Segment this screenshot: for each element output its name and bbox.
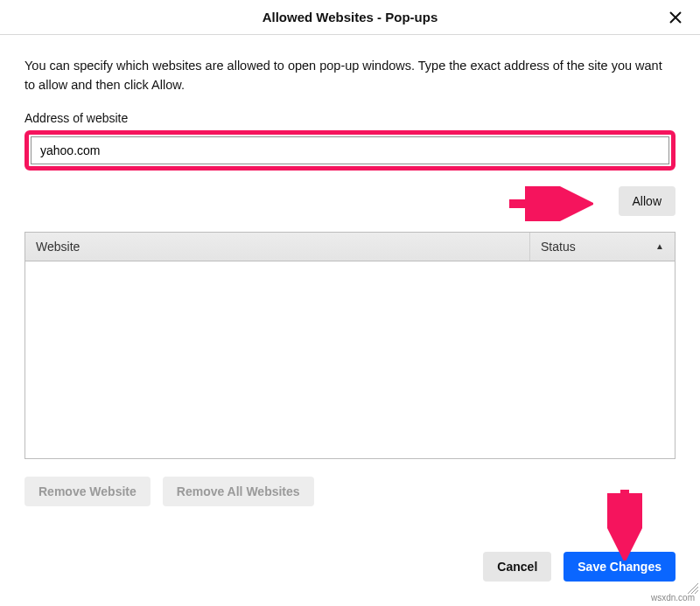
- column-header-website[interactable]: Website: [25, 233, 530, 261]
- column-header-status[interactable]: Status ▲: [530, 233, 675, 261]
- website-table: Website Status ▲: [24, 232, 676, 459]
- column-header-website-label: Website: [36, 240, 80, 254]
- save-changes-button[interactable]: Save Changes: [564, 552, 676, 582]
- description-text: You can specify which websites are allow…: [24, 56, 676, 95]
- allow-button[interactable]: Allow: [619, 186, 676, 216]
- sort-ascending-icon: ▲: [655, 241, 664, 251]
- dialog-title: Allowed Websites - Pop-ups: [262, 10, 438, 24]
- address-label: Address of website: [24, 111, 676, 125]
- close-icon: [668, 10, 682, 24]
- address-input[interactable]: [31, 136, 669, 164]
- remove-all-websites-button: Remove All Websites: [163, 477, 314, 506]
- address-highlight-annotation: [24, 130, 676, 171]
- column-header-status-label: Status: [541, 240, 576, 254]
- dialog-header: Allowed Websites - Pop-ups: [0, 0, 700, 35]
- watermark-text: wsxdn.com: [651, 593, 695, 603]
- cancel-button[interactable]: Cancel: [483, 552, 551, 582]
- dialog-footer: Cancel Save Changes: [483, 552, 676, 582]
- close-button[interactable]: [665, 7, 686, 28]
- remove-website-button: Remove Website: [24, 477, 150, 506]
- dialog-content: You can specify which websites are allow…: [0, 35, 700, 506]
- table-header-row: Website Status ▲: [25, 233, 675, 261]
